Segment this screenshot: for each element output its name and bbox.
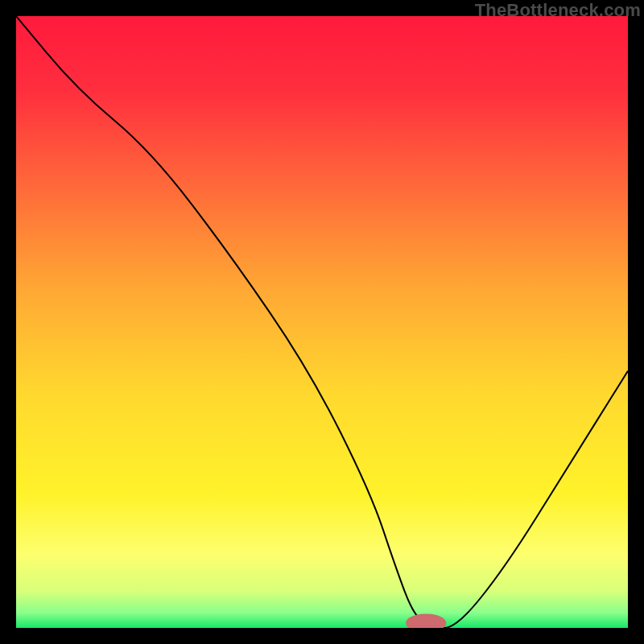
watermark-text: TheBottleneck.com — [475, 0, 641, 21]
optimal-marker — [407, 614, 446, 628]
gradient-bg — [16, 16, 628, 628]
chart-frame: TheBottleneck.com — [0, 0, 644, 644]
bottleneck-chart — [16, 16, 628, 628]
